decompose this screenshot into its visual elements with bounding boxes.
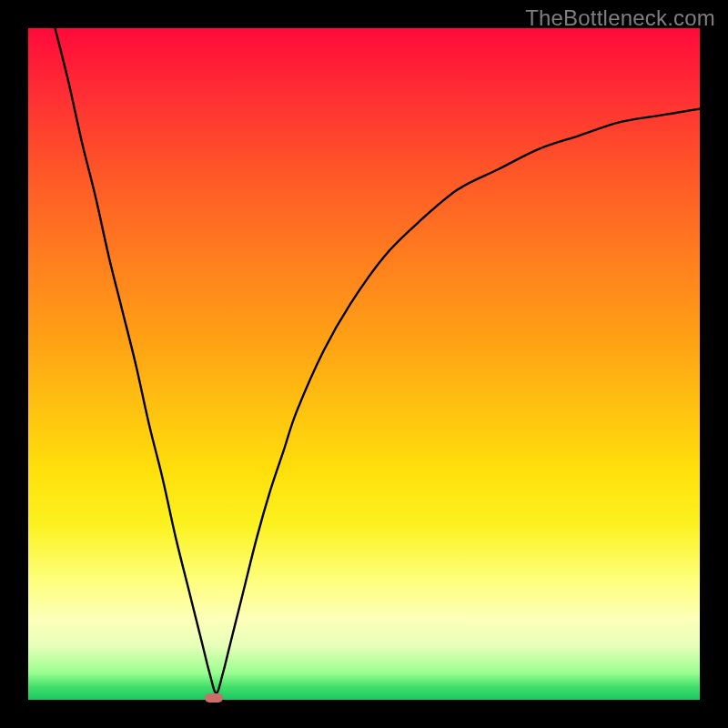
min-marker [205,693,223,703]
curve-svg [28,28,700,700]
bottleneck-curve-path [56,28,700,693]
chart-frame: TheBottleneck.com [0,0,728,728]
plot-area [28,28,700,700]
watermark-text: TheBottleneck.com [525,5,715,31]
